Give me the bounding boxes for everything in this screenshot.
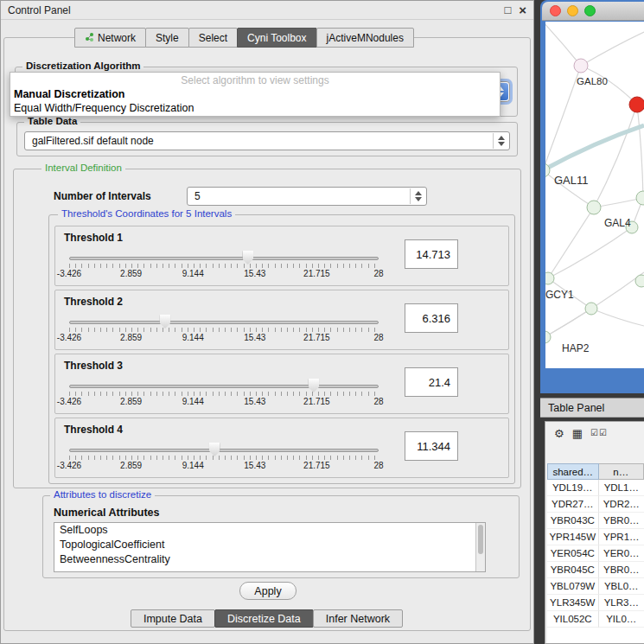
slider-scale: -3.4262.8599.14415.4321.71528 — [69, 333, 379, 343]
close-traffic-light[interactable] — [550, 5, 561, 16]
threshold-value-field[interactable]: 21.4 — [405, 367, 458, 397]
table-row[interactable]: YDR27… YDR2… — [547, 496, 644, 513]
group-label: Interval Definition — [41, 163, 125, 173]
network-node-green[interactable] — [585, 303, 597, 315]
network-edge[interactable] — [581, 32, 644, 66]
table-cell: YDR27… — [547, 496, 599, 513]
columns-icon[interactable]: ▦ — [572, 428, 583, 439]
tab-jactivemnodules[interactable]: jActiveMNodules — [316, 28, 414, 48]
tab-label: Cyni Toolbox — [247, 32, 306, 44]
tab-infer-network[interactable]: Infer Network — [313, 609, 403, 628]
minimize-traffic-light[interactable] — [567, 5, 578, 16]
table-row[interactable]: YBL079W YBL0… — [547, 578, 644, 595]
slider-thumb[interactable] — [242, 251, 253, 265]
tab-impute-data[interactable]: Impute Data — [131, 609, 215, 628]
table-cell: YBR045C — [547, 562, 599, 578]
table-cell: YER0… — [599, 545, 644, 562]
attribute-list-item[interactable]: TopologicalCoefficient — [54, 538, 485, 552]
column-header-shared-name[interactable]: shared… — [547, 463, 599, 480]
close-window-button[interactable]: × — [519, 3, 526, 16]
slider-thumb[interactable] — [159, 315, 170, 328]
table-data-group: Table Data galFiltered.sif default node — [16, 122, 518, 156]
table-row[interactable]: YDL19… YDL1… — [547, 480, 644, 496]
table-cell: YDR2… — [599, 496, 644, 513]
network-node-green[interactable] — [636, 191, 644, 205]
threshold-slider[interactable]: -3.4262.8599.14415.4321.71528 — [69, 443, 379, 474]
desktop: Control Panel □ × Network Style Select — [0, 0, 644, 644]
dropdown-placeholder: Select algorithm to view settings — [10, 74, 500, 87]
table-data-combobox[interactable]: galFiltered.sif default node — [24, 131, 510, 150]
threshold-slider[interactable]: -3.4262.8599.14415.4321.71528 — [69, 315, 379, 346]
tab-cyni-toolbox[interactable]: Cyni Toolbox — [237, 28, 316, 48]
slider-thumb[interactable] — [209, 443, 220, 456]
table-row[interactable]: YBR045C YBR0… — [547, 562, 644, 578]
table-panel-header: Table Panel — [540, 398, 644, 418]
network-node-red[interactable] — [629, 97, 644, 112]
network-window-titlebar[interactable] — [542, 2, 644, 21]
network-edge[interactable] — [548, 227, 632, 278]
table-panel-window: ⚙ ▦ ☑☑ shared… n… YDL19… YDL1… YDR27… YD… — [545, 421, 644, 644]
float-window-button[interactable]: □ — [504, 4, 511, 16]
tab-discretize-data[interactable]: Discretize Data — [214, 609, 314, 628]
network-node-pink[interactable] — [574, 59, 588, 73]
tab-network[interactable]: Network — [74, 28, 146, 48]
network-canvas[interactable]: GAL80GAL11GAL4GCY1HAP2 — [545, 22, 644, 368]
number-of-intervals-combobox[interactable]: 5 — [187, 187, 427, 206]
attribute-list-item[interactable]: BetweennessCentrality — [54, 552, 485, 567]
network-edge[interactable] — [548, 207, 594, 278]
combo-stepper-icon[interactable] — [410, 188, 425, 204]
network-edge[interactable] — [594, 198, 643, 207]
threshold-label: Threshold 4 — [64, 424, 123, 436]
gear-icon[interactable]: ⚙ — [554, 428, 564, 439]
slider-thumb[interactable] — [308, 379, 319, 392]
table-row[interactable]: YIL052C YIL0… — [547, 611, 644, 628]
threshold-slider[interactable]: -3.4262.8599.14415.4321.71528 — [69, 379, 379, 410]
slider-track — [69, 321, 379, 324]
network-node-green[interactable] — [635, 275, 644, 287]
threshold-label: Threshold 1 — [64, 232, 123, 244]
threshold-value-field[interactable]: 14.713 — [405, 239, 458, 269]
network-graph[interactable]: GAL80GAL11GAL4GCY1HAP2 — [545, 22, 644, 368]
cyni-bottom-tabs: Impute Data Discretize Data Infer Networ… — [1, 609, 533, 628]
network-view-window: GAL80GAL11GAL4GCY1HAP2 — [540, 0, 644, 393]
table-cell: YPR145W — [547, 529, 599, 545]
zoom-traffic-light[interactable] — [584, 5, 596, 16]
table-row[interactable]: YLR345W YLR3… — [547, 595, 644, 611]
numerical-attributes-heading: Numerical Attributes — [54, 507, 159, 519]
numerical-attributes-listbox[interactable]: SelfLoopsTopologicalCoefficientBetweenne… — [54, 522, 486, 572]
threshold-label: Threshold 3 — [64, 360, 123, 372]
scrollbar-thumb[interactable] — [478, 525, 483, 554]
network-edge[interactable] — [545, 22, 581, 66]
scale-tick-label: 2.859 — [120, 269, 142, 278]
threshold-value-field[interactable]: 6.316 — [405, 303, 458, 333]
column-header-name[interactable]: n… — [599, 463, 644, 480]
table-cell: YER054C — [547, 545, 599, 562]
table-row[interactable]: YER054C YER0… — [547, 545, 644, 562]
tab-select[interactable]: Select — [188, 28, 238, 48]
table-cell: YBR0… — [599, 562, 644, 578]
network-node-green[interactable] — [545, 272, 554, 284]
scale-tick-label: 21.715 — [303, 269, 330, 278]
table-row[interactable]: YBR043C YBR0… — [547, 513, 644, 529]
network-edge[interactable] — [594, 105, 637, 207]
threshold-slider[interactable]: -3.4262.8599.14415.4321.71528 — [69, 251, 379, 282]
table-row[interactable]: YPR145W YPR1… — [547, 529, 644, 545]
network-edge[interactable] — [637, 105, 643, 198]
apply-button[interactable]: Apply — [239, 582, 296, 600]
threshold-value-field[interactable]: 11.344 — [405, 431, 458, 461]
network-node-green[interactable] — [545, 331, 551, 343]
slider-scale: -3.4262.8599.14415.4321.71528 — [69, 397, 379, 407]
dropdown-option-manual-discretization[interactable]: Manual Discretization — [10, 87, 500, 101]
tab-style[interactable]: Style — [145, 28, 189, 48]
network-edge-thick[interactable] — [545, 125, 644, 170]
scale-tick-label: 28 — [373, 397, 383, 406]
combo-stepper-icon[interactable] — [493, 133, 508, 149]
network-node-green[interactable] — [587, 201, 601, 214]
listbox-scrollbar[interactable] — [475, 523, 485, 571]
dropdown-option-equal-width-frequency[interactable]: Equal Width/Frequency Discretization — [10, 101, 500, 115]
select-columns-checkboxes-icon[interactable]: ☑☑ — [590, 429, 608, 437]
attribute-list-item[interactable]: SelfLoops — [54, 523, 485, 538]
table-cell: YIL052C — [547, 611, 599, 628]
table-cell: YPR1… — [599, 529, 644, 545]
network-edge[interactable] — [591, 309, 644, 326]
